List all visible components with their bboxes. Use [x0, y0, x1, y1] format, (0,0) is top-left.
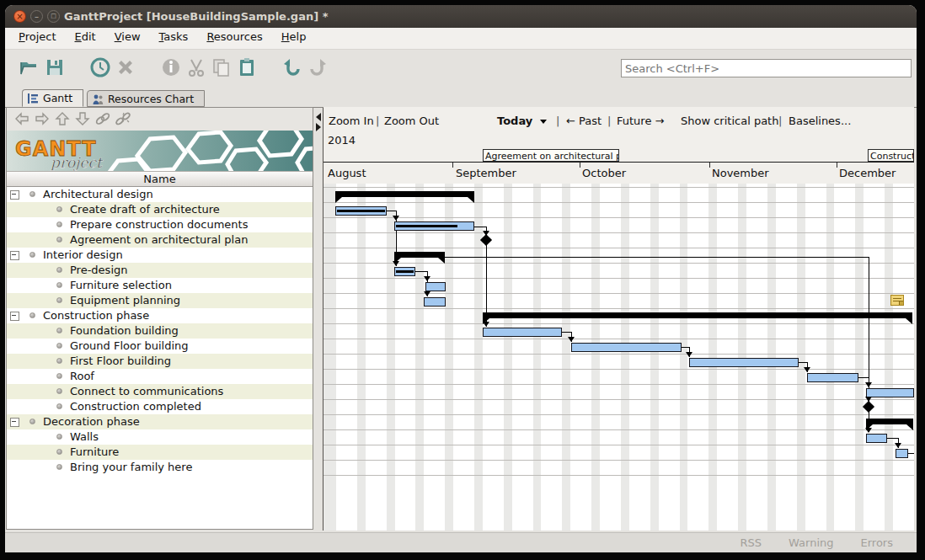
- minimize-window-icon[interactable]: –: [30, 10, 43, 23]
- title-bar[interactable]: × – □ GanttProject [HouseBuildingSample.…: [5, 5, 917, 28]
- search-input[interactable]: [621, 59, 912, 77]
- open-project-icon[interactable]: [19, 56, 40, 78]
- task-row[interactable]: Foundation building: [7, 323, 313, 339]
- gantt-chart-area[interactable]: [323, 184, 914, 531]
- collapse-toggle-icon[interactable]: [10, 190, 19, 200]
- future-button[interactable]: Future →: [617, 115, 664, 127]
- task-row[interactable]: Construction phase: [7, 308, 313, 323]
- separator: |: [376, 115, 379, 127]
- task-bullet-icon: [29, 312, 35, 318]
- tab-resources-label: Resources Chart: [108, 93, 194, 105]
- gantt-tab-icon: [28, 93, 39, 104]
- task-row[interactable]: Walls: [7, 429, 313, 445]
- menu-project[interactable]: Project: [9, 28, 66, 46]
- splitter-collapse-left-icon[interactable]: [316, 113, 321, 121]
- task-bullet-icon: [56, 328, 62, 333]
- task-label: Ground Floor building: [70, 339, 189, 352]
- status-warning[interactable]: Warning: [789, 536, 833, 549]
- name-column-header[interactable]: Name: [7, 171, 313, 187]
- timeline-year-label: 2014: [328, 134, 356, 147]
- tab-row: Gantt Resources Chart: [5, 88, 917, 108]
- save-project-icon[interactable]: [44, 56, 66, 78]
- task-row[interactable]: Prepare construction documents: [7, 217, 313, 232]
- forward-arrow-icon[interactable]: [34, 111, 51, 126]
- task-bullet-icon: [56, 358, 62, 364]
- task-label: Interior design: [43, 248, 123, 261]
- task-label: Construction phase: [43, 309, 149, 322]
- task-row[interactable]: Construction completed: [7, 399, 313, 414]
- task-bullet-icon: [56, 403, 62, 409]
- milestone-floating-label: Agreement on architectural plan: [483, 149, 619, 162]
- task-row[interactable]: Roof: [7, 369, 313, 384]
- zoom-in-button[interactable]: Zoom In: [329, 115, 374, 127]
- splitter-collapse-right-icon[interactable]: [316, 123, 321, 131]
- move-task-up-icon[interactable]: [54, 111, 71, 126]
- task-label: Walls: [70, 430, 99, 443]
- task-row[interactable]: Connect to communications: [7, 384, 313, 399]
- clock-icon[interactable]: [89, 56, 111, 78]
- screen: × – □ GanttProject [HouseBuildingSample.…: [0, 0, 925, 560]
- collapse-toggle-icon[interactable]: [10, 251, 19, 260]
- task-label: Construction completed: [70, 400, 201, 413]
- properties-info-icon[interactable]: [160, 56, 182, 78]
- tab-gantt[interactable]: Gantt: [22, 89, 83, 107]
- main-toolbar: [5, 50, 917, 88]
- move-task-down-icon[interactable]: [74, 111, 91, 126]
- task-row[interactable]: Architectural design: [7, 187, 313, 202]
- task-row[interactable]: Pre-design: [7, 263, 313, 278]
- paste-icon[interactable]: [236, 56, 258, 78]
- status-rss[interactable]: RSS: [741, 536, 762, 549]
- status-errors[interactable]: Errors: [861, 536, 893, 549]
- menu-tasks[interactable]: Tasks: [150, 28, 198, 46]
- task-bullet-icon: [56, 373, 62, 379]
- task-row[interactable]: First Floor building: [7, 354, 313, 369]
- task-note-icon[interactable]: [890, 295, 904, 306]
- task-row[interactable]: Ground Floor building: [7, 339, 313, 354]
- task-row[interactable]: Furniture: [7, 445, 313, 460]
- task-label: Create draft of architecture: [70, 203, 220, 216]
- separator: |: [607, 115, 611, 127]
- task-row[interactable]: Decoration phase: [7, 414, 313, 429]
- today-dropdown-caret-icon[interactable]: [540, 120, 547, 124]
- zoom-out-button[interactable]: Zoom Out: [384, 115, 439, 127]
- delete-icon[interactable]: [115, 56, 136, 78]
- resources-tab-icon: [93, 94, 104, 104]
- task-bullet-icon: [56, 282, 62, 288]
- today-button[interactable]: Today: [497, 115, 532, 127]
- timeline-divider: [323, 162, 914, 163]
- status-bar: RSSWarningErrors: [5, 532, 917, 552]
- menu-view[interactable]: View: [105, 28, 150, 46]
- menu-help[interactable]: Help: [272, 28, 316, 46]
- collapse-toggle-icon[interactable]: [10, 312, 19, 321]
- tab-resources-chart[interactable]: Resources Chart: [87, 90, 205, 107]
- task-row[interactable]: Interior design: [7, 248, 313, 263]
- show-critical-path-button[interactable]: Show critical path: [681, 115, 778, 127]
- baselines-button[interactable]: Baselines...: [789, 115, 851, 127]
- window-title: GanttProject [HouseBuildingSample.gan] *: [64, 10, 328, 23]
- unlink-tasks-icon[interactable]: [115, 111, 131, 126]
- task-bullet-icon: [56, 267, 62, 273]
- task-label: Architectural design: [43, 188, 153, 200]
- menu-resources[interactable]: Resources: [197, 28, 271, 46]
- cut-icon[interactable]: [185, 56, 207, 78]
- task-row[interactable]: Furniture selection: [7, 278, 313, 293]
- maximize-window-icon[interactable]: □: [47, 10, 60, 23]
- task-row[interactable]: Create draft of architecture: [7, 202, 313, 217]
- task-bullet-icon: [56, 221, 62, 227]
- menu-edit[interactable]: Edit: [66, 28, 105, 46]
- task-label: Bring your family here: [70, 461, 192, 473]
- task-row[interactable]: Agreement on architectural plan: [7, 232, 313, 248]
- task-row[interactable]: Bring your family here: [7, 460, 313, 475]
- task-bullet-icon: [56, 388, 62, 394]
- undo-icon[interactable]: [281, 56, 303, 78]
- redo-icon[interactable]: [307, 56, 329, 78]
- link-tasks-icon[interactable]: [94, 111, 111, 126]
- back-arrow-icon[interactable]: [13, 111, 30, 126]
- past-button[interactable]: ← Past: [566, 115, 602, 127]
- collapse-toggle-icon[interactable]: [10, 418, 19, 427]
- task-label: Agreement on architectural plan: [70, 233, 248, 246]
- close-window-icon[interactable]: ×: [13, 10, 26, 23]
- task-row[interactable]: Equipment planning: [7, 293, 313, 308]
- svg-text:project: project: [50, 154, 104, 171]
- copy-icon[interactable]: [211, 56, 233, 78]
